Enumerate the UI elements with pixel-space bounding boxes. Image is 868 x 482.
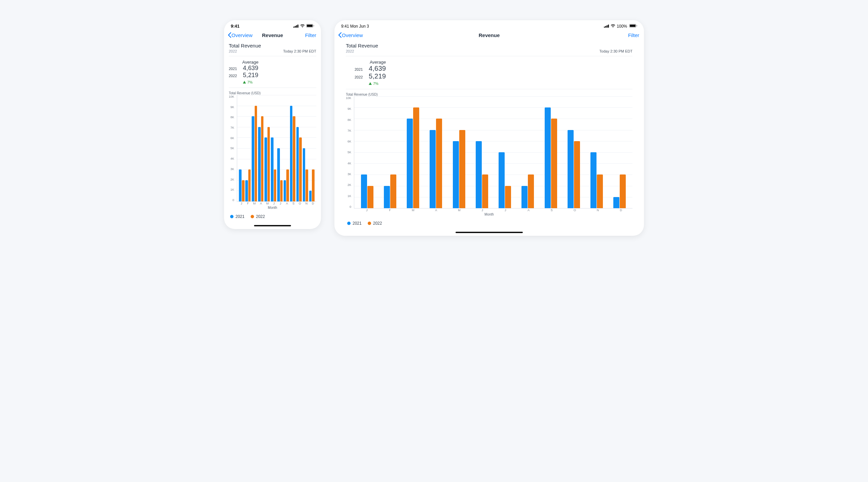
- legend: 2021 2022: [346, 216, 632, 230]
- back-button[interactable]: Overview: [338, 32, 363, 38]
- chart: Total Revenue (USD) 10K9K8K7K6K5K4K3K2K1…: [229, 88, 316, 209]
- bar-2022: [274, 169, 277, 201]
- month-slot: [562, 96, 585, 208]
- y-tick: 3K: [229, 167, 234, 171]
- svg-rect-7: [604, 27, 605, 28]
- avg-val-1: 5,219: [243, 72, 258, 79]
- x-tick: J: [271, 202, 277, 205]
- bar-2022: [280, 180, 283, 201]
- bar-2022: [242, 180, 245, 201]
- month-slot: [355, 96, 378, 208]
- y-tick: 3K: [346, 172, 351, 176]
- bar-2022: [436, 119, 442, 208]
- month-slot: [283, 95, 289, 201]
- bar-2021: [252, 116, 254, 201]
- x-tick: A: [258, 202, 264, 205]
- back-label: Overview: [231, 32, 253, 38]
- bar-2022: [482, 174, 488, 208]
- status-bar: 9:41: [224, 20, 321, 30]
- y-tick: 0: [346, 205, 351, 208]
- month-slot: [258, 95, 264, 201]
- month-slot: [425, 96, 447, 208]
- chevron-left-icon: [227, 32, 231, 38]
- month-slot: [296, 95, 302, 201]
- x-tick: M: [264, 202, 271, 205]
- chevron-left-icon: [338, 32, 342, 38]
- y-tick: 7K: [229, 126, 234, 129]
- month-slot: [378, 96, 401, 208]
- back-button[interactable]: Overview: [227, 32, 253, 38]
- month-slot: [302, 95, 309, 201]
- bar-2022: [390, 174, 396, 208]
- y-tick: 8K: [229, 116, 234, 119]
- bar-2021: [303, 148, 306, 201]
- bar-2022: [299, 137, 302, 201]
- page-title: Revenue: [479, 32, 500, 38]
- y-tick: 9K: [346, 107, 351, 111]
- y-tick: 8K: [346, 118, 351, 121]
- bar-2021: [407, 119, 413, 208]
- svg-rect-8: [605, 26, 606, 28]
- svg-rect-9: [607, 25, 608, 28]
- bar-2021: [499, 152, 505, 208]
- bar-2021: [453, 141, 459, 208]
- avg-val-1: 5,219: [369, 73, 386, 80]
- legend-dot-2021: [230, 215, 234, 218]
- month-slot: [539, 96, 562, 208]
- y-tick: 2K: [229, 178, 234, 181]
- x-tick: J: [238, 202, 245, 205]
- legend-dot-2022: [251, 215, 254, 218]
- wifi-icon: [611, 24, 615, 29]
- bar-2022: [574, 141, 580, 208]
- x-tick: F: [378, 208, 402, 212]
- home-indicator: [254, 225, 291, 226]
- month-slot: [251, 95, 258, 201]
- bar-2022: [306, 169, 308, 201]
- section-subtitle: 2022: [346, 49, 378, 53]
- month-slot: [264, 95, 271, 201]
- wifi-icon: [300, 24, 305, 29]
- svg-rect-3: [298, 25, 299, 28]
- filter-button[interactable]: Filter: [628, 32, 639, 38]
- y-tick: 5K: [346, 150, 351, 154]
- x-tick: J: [355, 208, 378, 212]
- bar-2022: [551, 119, 557, 208]
- bar-2022: [312, 169, 315, 201]
- bar-2021: [430, 130, 436, 208]
- cellular-icon: [293, 24, 299, 29]
- bar-2022: [367, 186, 373, 208]
- month-slot: [309, 95, 315, 201]
- home-indicator: [456, 232, 523, 233]
- bar-2022: [293, 116, 296, 201]
- month-slot: [271, 95, 277, 201]
- bar-2022: [620, 174, 626, 208]
- filter-button[interactable]: Filter: [305, 32, 316, 38]
- x-tick: A: [425, 208, 448, 212]
- y-tick: 10K: [229, 95, 234, 98]
- average-label: Average: [229, 60, 258, 65]
- bar-2022: [597, 174, 603, 208]
- svg-rect-5: [307, 25, 313, 27]
- delta-value: 7%: [373, 82, 378, 86]
- y-tick: 6K: [229, 136, 234, 140]
- bar-2021: [239, 169, 242, 201]
- bar-2022: [268, 127, 270, 201]
- nav-bar: Overview Revenue Filter: [334, 30, 644, 41]
- svg-rect-12: [630, 25, 636, 27]
- x-tick: D: [310, 202, 316, 205]
- svg-rect-13: [637, 25, 637, 27]
- y-tick: 7K: [346, 129, 351, 132]
- svg-rect-0: [293, 27, 294, 28]
- battery-percent: 100%: [617, 24, 627, 29]
- avg-year-0: 2021: [354, 67, 364, 72]
- bar-2021: [522, 186, 528, 208]
- bar-2021: [567, 130, 574, 208]
- back-label: Overview: [342, 32, 363, 38]
- bar-2021: [245, 180, 248, 201]
- status-bar: 9:41 Mon Jun 3 100%: [334, 20, 644, 30]
- status-time: 9:41 Mon Jun 3: [341, 24, 369, 29]
- delta-value: 7%: [247, 80, 253, 84]
- x-tick: D: [609, 208, 632, 212]
- bar-2021: [361, 174, 367, 208]
- x-tick: N: [303, 202, 310, 205]
